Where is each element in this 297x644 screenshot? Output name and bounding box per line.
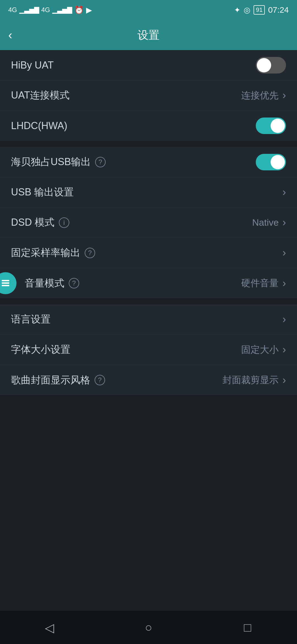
- chevron-icon: ›: [282, 89, 286, 101]
- section-divider: [0, 299, 297, 304]
- battery-level: 91: [254, 5, 265, 15]
- lhdc-label: LHDC(HWA): [11, 120, 67, 132]
- status-right: ✦ ◎ 91 07:24: [234, 5, 289, 15]
- uat-connection-label: UAT连接模式: [11, 89, 70, 102]
- font-size-label: 字体大小设置: [11, 343, 70, 356]
- item-left: LHDC(HWA): [11, 120, 67, 132]
- volume-mode-value: 硬件音量: [241, 277, 279, 290]
- toggle-thumb: [257, 58, 271, 72]
- list-item[interactable]: USB 输出设置 ›: [0, 177, 297, 208]
- help-icon[interactable]: ?: [95, 375, 105, 385]
- chevron-icon: ›: [282, 277, 286, 289]
- nav-spacer: [0, 396, 297, 434]
- item-left: 字体大小设置: [11, 343, 70, 356]
- item-right: 封面裁剪显示 ›: [222, 374, 286, 386]
- dsd-mode-value: Native: [252, 217, 279, 228]
- signal-icon-1: 4G: [8, 6, 17, 14]
- settings-list: HiBy UAT UAT连接模式 连接优先 › LHDC(HWA): [0, 50, 297, 434]
- item-left: DSD 模式 i: [11, 216, 69, 229]
- item-left: UAT连接模式: [11, 89, 70, 102]
- section-display: 语言设置 › 字体大小设置 固定大小 › 歌曲封面显示风格 ? 封面裁剪显示: [0, 304, 297, 395]
- floating-button[interactable]: [0, 272, 16, 294]
- location-icon: ◎: [244, 6, 250, 15]
- exclusive-usb-toggle[interactable]: [256, 154, 286, 170]
- hiby-uat-label: HiBy UAT: [11, 59, 54, 71]
- item-right: ›: [282, 247, 286, 259]
- help-icon[interactable]: ?: [69, 278, 79, 288]
- info-icon[interactable]: i: [59, 217, 69, 228]
- item-left: 歌曲封面显示风格 ?: [11, 373, 105, 387]
- signal-icon-2: 4G: [41, 6, 50, 14]
- item-left: 海贝独占USB输出 ?: [11, 155, 106, 169]
- item-left: 语言设置: [11, 313, 51, 326]
- list-item[interactable]: 海贝独占USB输出 ?: [0, 147, 297, 177]
- battery-indicator: 91: [254, 5, 265, 15]
- stacked-layers-icon: [0, 278, 11, 289]
- item-left: USB 输出设置: [11, 185, 74, 199]
- lhdc-toggle[interactable]: [256, 118, 286, 134]
- list-item[interactable]: 歌曲封面显示风格 ? 封面裁剪显示 ›: [0, 365, 297, 395]
- page-title: 设置: [138, 28, 160, 43]
- item-right: ›: [282, 186, 286, 198]
- list-item[interactable]: UAT连接模式 连接优先 ›: [0, 80, 297, 111]
- item-left: 音量模式 ?: [25, 277, 79, 290]
- chevron-icon: ›: [282, 374, 286, 386]
- play-icon: ▶: [86, 6, 92, 15]
- dsd-mode-label: DSD 模式: [11, 216, 54, 229]
- list-item[interactable]: 字体大小设置 固定大小 ›: [0, 335, 297, 365]
- nav-bar: ◁ ○ □: [0, 611, 297, 644]
- volume-mode-label: 音量模式: [25, 277, 64, 290]
- uat-connection-value: 连接优先: [241, 89, 279, 102]
- item-right: [256, 154, 286, 170]
- back-nav-button[interactable]: ◁: [38, 616, 61, 638]
- item-right: [256, 118, 286, 134]
- album-art-value: 封面裁剪显示: [222, 374, 279, 386]
- svg-rect-2: [2, 285, 9, 286]
- item-right: 连接优先 ›: [241, 89, 286, 102]
- chevron-icon: ›: [282, 217, 286, 228]
- item-right: 硬件音量 ›: [241, 277, 286, 290]
- chevron-icon: ›: [282, 186, 286, 198]
- list-item[interactable]: DSD 模式 i Native ›: [0, 208, 297, 238]
- status-left: 4G ▁▃▅▇ 4G ▁▃▅▇ ⏰ ▶: [8, 6, 92, 15]
- help-icon[interactable]: ?: [95, 157, 106, 167]
- list-item[interactable]: HiBy UAT: [0, 50, 297, 80]
- item-right: Native ›: [252, 217, 286, 228]
- chevron-icon: ›: [282, 313, 286, 325]
- item-left: HiBy UAT: [11, 59, 54, 71]
- item-right: [256, 57, 286, 73]
- svg-rect-1: [2, 282, 9, 284]
- font-size-value: 固定大小: [241, 343, 279, 356]
- alarm-icon: ⏰: [74, 6, 84, 15]
- header: ‹ 设置: [0, 20, 297, 50]
- fixed-sample-rate-label: 固定采样率输出: [11, 246, 80, 260]
- status-bar: 4G ▁▃▅▇ 4G ▁▃▅▇ ⏰ ▶ ✦ ◎ 91 07:24: [0, 0, 297, 20]
- item-left: 固定采样率输出 ?: [11, 246, 95, 260]
- time-display: 07:24: [268, 5, 289, 15]
- signal-bars-1: ▁▃▅▇: [19, 6, 39, 14]
- home-nav-button[interactable]: ○: [138, 616, 160, 638]
- recent-nav-button[interactable]: □: [237, 616, 258, 638]
- language-settings-label: 语言设置: [11, 313, 51, 326]
- item-right: ›: [282, 313, 286, 325]
- list-item[interactable]: 语言设置 ›: [0, 304, 297, 335]
- back-button[interactable]: ‹: [8, 28, 12, 42]
- section-hiby: HiBy UAT UAT连接模式 连接优先 › LHDC(HWA): [0, 50, 297, 141]
- bluetooth-icon: ✦: [234, 6, 240, 15]
- usb-output-label: USB 输出设置: [11, 185, 74, 199]
- item-right: 固定大小 ›: [241, 343, 286, 356]
- help-icon[interactable]: ?: [85, 248, 95, 258]
- section-usb: 海贝独占USB输出 ? USB 输出设置 › DSD 模式 i: [0, 147, 297, 298]
- svg-rect-0: [2, 280, 9, 281]
- chevron-icon: ›: [282, 247, 286, 259]
- section-divider: [0, 141, 297, 147]
- toggle-thumb: [271, 155, 285, 169]
- album-art-label: 歌曲封面显示风格: [11, 373, 90, 387]
- chevron-icon: ›: [282, 344, 286, 356]
- list-item[interactable]: LHDC(HWA): [0, 111, 297, 141]
- exclusive-usb-label: 海贝独占USB输出: [11, 155, 91, 169]
- list-item[interactable]: 固定采样率输出 ? ›: [0, 238, 297, 268]
- toggle-thumb: [271, 119, 285, 133]
- hiby-uat-toggle[interactable]: [256, 57, 286, 73]
- list-item[interactable]: 音量模式 ? 硬件音量 ›: [0, 268, 297, 298]
